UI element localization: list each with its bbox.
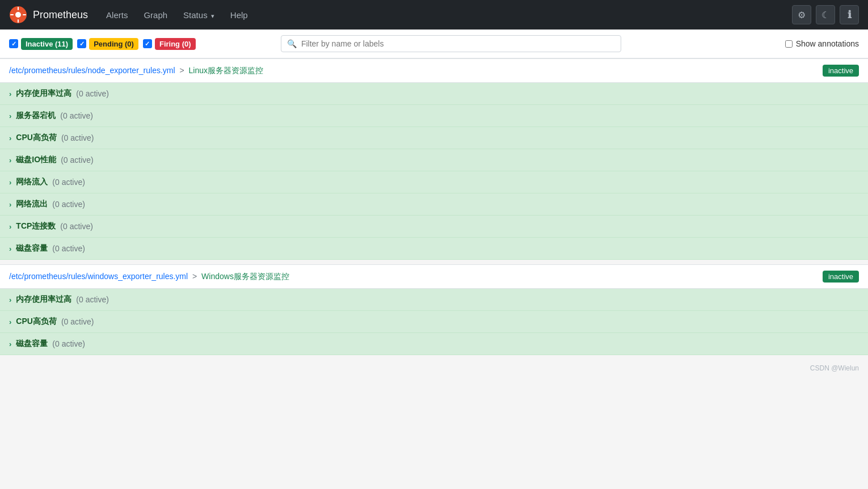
rule-chevron-linux-5: › <box>9 200 11 209</box>
svg-rect-3 <box>18 19 19 23</box>
status-dropdown-arrow: ▾ <box>211 12 214 19</box>
rule-item-linux-4[interactable]: › 网络流入 (0 active) <box>0 171 868 193</box>
rule-active-windows-0: (0 active) <box>76 295 109 304</box>
inactive-badge-item[interactable]: ✓ Inactive (11) <box>9 38 73 50</box>
rule-name-windows-0: 内存使用率过高 <box>16 294 71 305</box>
badge-group: ✓ Inactive (11) ✓ Pending (0) ✓ Firing (… <box>9 38 196 50</box>
firing-badge-item[interactable]: ✓ Firing (0) <box>143 38 196 50</box>
inactive-checkbox[interactable]: ✓ <box>9 39 18 48</box>
rule-group-name-linux: Linux服务器资源监控 <box>189 66 263 75</box>
show-annotations-checkbox[interactable] <box>785 40 793 48</box>
svg-point-1 <box>15 12 21 18</box>
rule-chevron-linux-0: › <box>9 90 11 98</box>
rule-chevron-windows-0: › <box>9 296 11 304</box>
navbar-icons: ⚙ ☾ ℹ <box>792 5 859 24</box>
rule-active-linux-2: (0 active) <box>61 133 94 142</box>
rule-active-windows-2: (0 active) <box>52 339 85 348</box>
rule-item-linux-2[interactable]: › CPU高负荷 (0 active) <box>0 127 868 149</box>
rule-chevron-windows-2: › <box>9 340 11 348</box>
navbar: Prometheus Alerts Graph Status ▾ Help ⚙ … <box>0 0 868 29</box>
rule-item-windows-1[interactable]: › CPU高负荷 (0 active) <box>0 311 868 333</box>
rule-active-linux-1: (0 active) <box>60 111 93 120</box>
status-badge-windows: inactive <box>823 271 859 283</box>
rule-chevron-linux-7: › <box>9 244 11 253</box>
footer: CSDN @Wielun <box>0 355 868 381</box>
separator-windows: > <box>192 272 197 281</box>
firing-check-icon: ✓ <box>145 40 150 48</box>
status-badge-linux: inactive <box>823 65 859 77</box>
filter-bar: ✓ Inactive (11) ✓ Pending (0) ✓ Firing (… <box>0 29 868 58</box>
nav-graph[interactable]: Graph <box>137 7 174 23</box>
info-button[interactable]: ℹ <box>840 5 859 24</box>
nav-help[interactable]: Help <box>224 7 255 23</box>
rule-item-linux-1[interactable]: › 服务器宕机 (0 active) <box>0 105 868 127</box>
rule-group-path-windows: /etc/prometheus/rules/windows_exporter_r… <box>9 272 289 282</box>
search-input[interactable] <box>301 39 615 48</box>
rule-group-path-linux: /etc/prometheus/rules/node_exporter_rule… <box>9 66 263 76</box>
nav-status[interactable]: Status ▾ <box>176 7 221 23</box>
nav-alerts[interactable]: Alerts <box>99 7 134 23</box>
rule-item-linux-7[interactable]: › 磁盘容量 (0 active) <box>0 238 868 260</box>
rule-name-linux-4: 网络流入 <box>16 177 48 187</box>
rule-chevron-linux-6: › <box>9 222 11 231</box>
rule-name-linux-7: 磁盘容量 <box>16 243 48 254</box>
inactive-check-icon: ✓ <box>11 40 16 48</box>
rule-item-linux-5[interactable]: › 网络流出 (0 active) <box>0 193 868 216</box>
svg-rect-2 <box>18 7 19 10</box>
rule-name-linux-5: 网络流出 <box>16 199 48 209</box>
pending-badge-item[interactable]: ✓ Pending (0) <box>77 38 138 50</box>
pending-check-icon: ✓ <box>79 40 85 48</box>
inactive-badge: Inactive (11) <box>21 38 73 50</box>
show-annotations-label: Show annotations <box>796 39 859 48</box>
brand: Prometheus <box>9 6 88 24</box>
svg-rect-5 <box>23 14 26 15</box>
nav-links: Alerts Graph Status ▾ Help <box>99 7 255 23</box>
rule-item-linux-0[interactable]: › 内存使用率过高 (0 active) <box>0 83 868 105</box>
search-wrapper: 🔍 <box>281 35 621 52</box>
rule-name-linux-3: 磁盘IO性能 <box>16 155 56 165</box>
pending-badge: Pending (0) <box>89 38 138 50</box>
rule-name-windows-2: 磁盘容量 <box>16 339 48 349</box>
rule-active-linux-7: (0 active) <box>52 244 85 253</box>
rule-group-file-link-windows[interactable]: /etc/prometheus/rules/windows_exporter_r… <box>9 272 188 281</box>
rule-group-file-link-linux[interactable]: /etc/prometheus/rules/node_exporter_rule… <box>9 66 175 75</box>
rule-active-linux-6: (0 active) <box>60 222 93 231</box>
rule-name-linux-6: TCP连接数 <box>16 221 56 231</box>
rule-item-linux-3[interactable]: › 磁盘IO性能 (0 active) <box>0 149 868 171</box>
rule-name-linux-0: 内存使用率过高 <box>16 88 71 99</box>
content: /etc/prometheus/rules/node_exporter_rule… <box>0 58 868 355</box>
rule-item-windows-0[interactable]: › 内存使用率过高 (0 active) <box>0 289 868 311</box>
rule-chevron-linux-1: › <box>9 112 11 120</box>
footer-text: CSDN @Wielun <box>810 364 859 372</box>
rule-chevron-linux-3: › <box>9 156 11 165</box>
theme-button[interactable]: ☾ <box>816 5 835 24</box>
firing-badge: Firing (0) <box>155 38 196 50</box>
rule-name-windows-1: CPU高负荷 <box>16 317 57 327</box>
settings-button[interactable]: ⚙ <box>792 5 811 24</box>
rule-active-linux-4: (0 active) <box>52 178 85 187</box>
rule-chevron-linux-4: › <box>9 178 11 187</box>
rule-name-linux-2: CPU高负荷 <box>16 133 57 143</box>
rule-chevron-windows-1: › <box>9 318 11 326</box>
rule-group-name-windows: Windows服务器资源监控 <box>201 272 289 281</box>
rule-active-windows-1: (0 active) <box>61 317 94 326</box>
pending-checkbox[interactable]: ✓ <box>77 39 86 48</box>
rule-active-linux-5: (0 active) <box>52 200 85 209</box>
rule-name-linux-1: 服务器宕机 <box>16 111 56 121</box>
rule-group-header-windows: /etc/prometheus/rules/windows_exporter_r… <box>0 264 868 289</box>
brand-name: Prometheus <box>33 9 88 21</box>
rule-item-windows-2[interactable]: › 磁盘容量 (0 active) <box>0 333 868 355</box>
rule-group-header-linux: /etc/prometheus/rules/node_exporter_rule… <box>0 58 868 83</box>
prometheus-logo <box>9 6 27 24</box>
rule-active-linux-3: (0 active) <box>61 155 94 165</box>
svg-rect-4 <box>10 14 14 15</box>
firing-checkbox[interactable]: ✓ <box>143 39 152 48</box>
rule-item-linux-6[interactable]: › TCP连接数 (0 active) <box>0 216 868 238</box>
separator-linux: > <box>179 66 184 75</box>
show-annotations[interactable]: Show annotations <box>785 39 859 48</box>
search-icon: 🔍 <box>287 39 297 48</box>
rule-active-linux-0: (0 active) <box>76 89 109 98</box>
rule-chevron-linux-2: › <box>9 134 11 142</box>
